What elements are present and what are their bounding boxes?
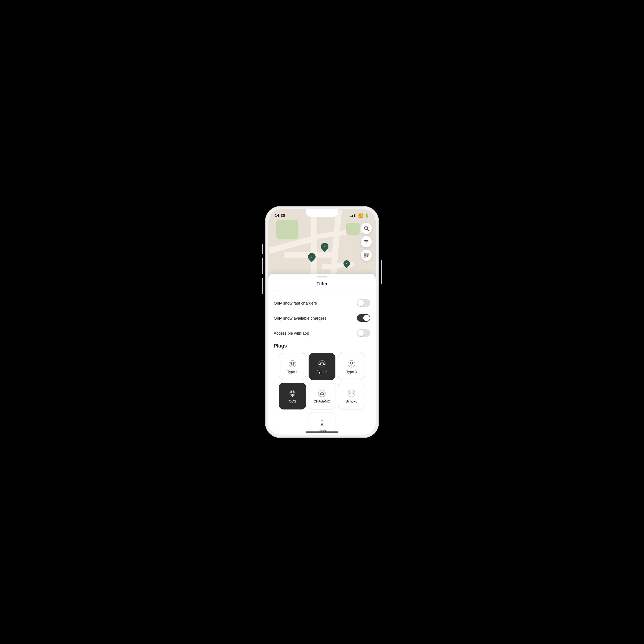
app-access-row: Accessible with app [268,325,376,341]
svg-point-7 [366,243,367,244]
svg-point-5 [365,240,366,241]
svg-point-30 [322,365,323,366]
available-chargers-thumb [363,315,370,321]
svg-point-21 [291,364,292,365]
filter-map-button[interactable] [361,236,372,247]
plug-type3-label: Type 3 [346,370,357,374]
svg-point-20 [293,362,294,364]
map-pin-1[interactable] [319,241,330,252]
svg-point-58 [321,423,323,425]
svg-point-23 [292,365,293,366]
svg-point-48 [320,394,321,395]
title-divider [274,290,370,290]
svg-point-47 [323,392,324,393]
svg-rect-11 [365,254,365,254]
qr-scan-button[interactable] [361,250,372,261]
svg-point-22 [293,364,294,365]
plug-schuko-label: Schuko [346,399,357,403]
svg-point-31 [348,360,355,367]
available-chargers-toggle[interactable] [357,314,370,322]
svg-rect-12 [367,254,368,254]
plug-schuko[interactable]: Schuko [338,383,365,409]
svg-rect-35 [350,364,351,365]
svg-point-32 [350,362,351,363]
status-icons: 📶 🔋 [350,213,369,218]
svg-point-6 [367,241,368,242]
svg-line-17 [367,257,368,257]
svg-point-45 [319,390,325,397]
svg-point-19 [291,362,292,364]
svg-point-41 [291,394,292,395]
filter-title: Filter [268,277,376,290]
svg-point-33 [352,362,353,363]
svg-point-39 [290,393,291,394]
svg-point-38 [293,391,294,393]
search-map-button[interactable] [361,223,372,234]
svg-line-1 [367,229,369,231]
svg-point-46 [320,392,321,393]
home-indicator [306,431,338,433]
svg-point-49 [323,394,324,395]
svg-point-25 [320,362,321,363]
fast-chargers-row: Only show fast chargers [268,295,376,310]
svg-rect-13 [365,256,365,257]
plug-ccs[interactable]: CCS [279,383,306,409]
phone-frame: 14:30 📶 🔋 [266,207,378,437]
fast-chargers-toggle[interactable] [357,299,370,307]
plugs-grid: Type 1 Type 2 [268,353,376,435]
power-button [381,260,382,284]
available-chargers-row: Only show available chargers [268,310,376,325]
battery-icon: 🔋 [365,213,369,218]
volume-down-button [262,278,263,294]
plug-type2[interactable]: Type 2 [309,353,335,380]
phone-screen: 14:30 📶 🔋 [268,209,376,435]
svg-point-26 [323,362,324,363]
map-action-buttons [361,223,372,261]
available-chargers-label: Only show available chargers [274,316,326,320]
plug-type1[interactable]: Type 1 [279,353,306,380]
svg-point-40 [294,393,295,394]
svg-point-37 [291,391,292,393]
signal-icon [350,214,356,217]
plug-type2-label: Type 2 [317,370,327,374]
svg-point-50 [321,391,322,392]
svg-point-18 [289,360,296,367]
app-access-toggle[interactable] [357,329,370,337]
svg-point-28 [323,364,324,365]
fast-chargers-thumb [357,300,364,306]
fast-chargers-label: Only show fast chargers [274,301,317,305]
wifi-icon: 📶 [358,213,363,218]
svg-point-29 [321,365,322,366]
status-time: 14:30 [275,213,285,218]
map-background [268,209,376,284]
svg-point-27 [320,364,321,365]
svg-point-53 [352,393,353,394]
plugs-section-title: Plugs [268,341,376,353]
svg-point-42 [292,394,294,395]
svg-point-24 [319,360,325,367]
plug-chademo-label: CHAdeMO [314,399,331,403]
volume-up-button [262,258,263,274]
plug-chademo[interactable]: CHAdeMO [309,383,335,409]
app-access-thumb [357,330,364,336]
filter-bottom-sheet: Filter Only show fast chargers Only show… [268,274,376,435]
plug-type3[interactable]: Type 3 [338,353,365,380]
notch [306,209,338,217]
plug-type1-label: Type 1 [287,370,298,374]
svg-point-52 [350,393,351,394]
mute-button [262,244,263,254]
map-area[interactable] [268,209,376,284]
plug-ccs-label: CCS [289,399,296,403]
app-access-label: Accessible with app [274,331,309,335]
